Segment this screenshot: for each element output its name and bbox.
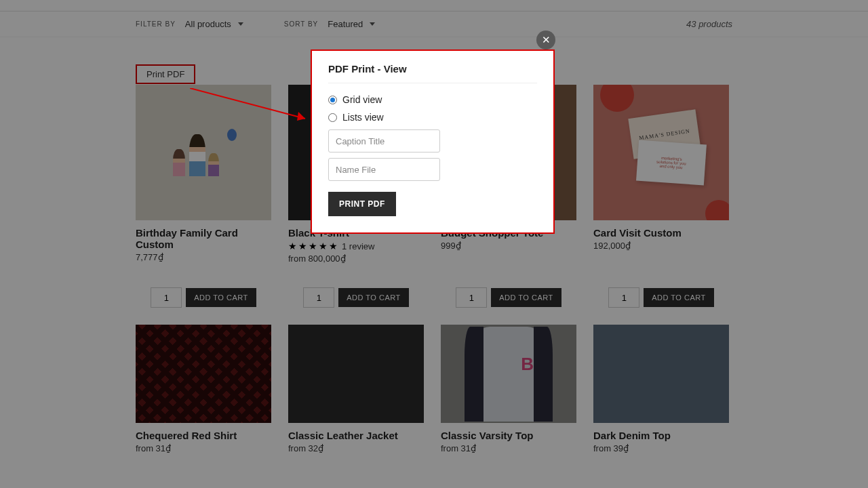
print-pdf-submit-button[interactable]: PRINT PDF — [328, 192, 396, 216]
caption-title-input[interactable] — [328, 129, 440, 152]
radio-label: Grid view — [342, 94, 382, 105]
name-file-input[interactable] — [328, 158, 440, 181]
radio-label: Lists view — [342, 112, 384, 123]
annotation-arrow — [190, 88, 319, 129]
svg-line-0 — [190, 88, 305, 119]
pdf-print-modal: PDF Print - View Grid view Lists view PR… — [311, 49, 555, 234]
radio-icon — [328, 96, 337, 104]
grid-view-radio[interactable]: Grid view — [328, 94, 537, 105]
radio-icon — [328, 113, 337, 122]
modal-title: PDF Print - View — [328, 63, 537, 83]
close-button[interactable]: ✕ — [536, 30, 555, 49]
close-icon: ✕ — [542, 34, 551, 46]
svg-marker-1 — [297, 112, 305, 121]
lists-view-radio[interactable]: Lists view — [328, 112, 537, 123]
